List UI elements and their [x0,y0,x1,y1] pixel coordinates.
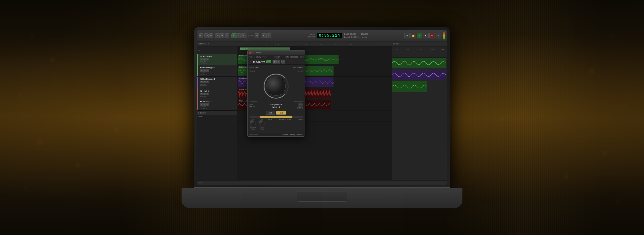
svg-text:1: 1 [241,43,242,45]
toolbar-btn-cut[interactable]: ✂ [225,33,229,38]
plugin-a-button[interactable]: A [273,60,276,64]
transport-time-display: 0:35.214 [317,33,343,39]
release-group: 0 ms release [293,67,303,69]
mode-buttons-row: Soft Hard [250,111,303,115]
track-item-snare[interactable]: 02_Snare_1 M S R waveform Polyphonic [197,99,237,110]
length-label: Length [344,36,350,38]
tracks-lower-area: GROUPS <ALL> [197,110,237,180]
plugin-close-button[interactable] [249,51,252,54]
track-item-reggae2[interactable]: 01BlueReggae.1 M S R waveform Polyphonic [197,77,237,88]
track-poly-reggae2: Polyphonic [200,85,236,86]
track-solo-snare[interactable]: S [203,103,206,106]
clip-right-purple[interactable] [392,70,446,80]
timeline-ruler: 1 2 3 4 5 2:10 2:20 2:30 2:40 [237,41,392,46]
cursor-value: 2:29.500 [307,36,315,38]
frequency-range-bar[interactable] [250,116,303,118]
track-solo-reggae1[interactable]: S [203,69,206,72]
toolbar-btn-snap[interactable]: ⊞ [255,33,259,38]
toolbar-btn-redo[interactable]: ↪ [220,33,224,38]
track-rec-reggae1[interactable]: R [206,69,209,72]
end-label: End [344,33,348,35]
track-item-reggae1[interactable]: 01 Blue Reggae M S R waveform Polyphonic [197,65,237,77]
hard-mode-button[interactable]: Hard [276,111,286,115]
release-value: 0 ms [293,67,296,69]
plugin-b-button[interactable]: B [276,60,280,64]
clip-right-green2[interactable] [392,81,427,92]
toolbar-group-file: FLLF SRET GBD [198,30,214,41]
track-rec-yamaha[interactable]: R [206,58,209,61]
plugin-window-mclarity[interactable]: M-Clarity Track M-Clarity Preset <factor… [247,50,305,137]
focus-knob-svg[interactable] [259,119,266,126]
track-item-kick[interactable]: 01_Kick_1 M S R waveform [197,88,237,99]
rewind-button[interactable]: ⏮ [404,33,410,38]
freq-range-labels: 300 Hz Frequency range 3.0 kHz [268,119,303,121]
cursor-label: Cursor [309,33,315,36]
output-level-value: -15.6 dB [297,70,303,72]
svg-rect-20 [392,58,446,68]
track-mute-yamaha[interactable]: M [200,58,203,61]
track-rec-reggae2[interactable]: R [206,81,209,83]
master-meter [443,32,445,39]
track-sub-kick: waveform [200,95,236,97]
track-mute-snare[interactable]: M [200,103,203,106]
small-time-2: 0:32.908 [351,36,359,38]
intensity-knob-svg[interactable] [250,119,257,126]
toolbar-btn-fit[interactable]: ⊡ [266,33,271,38]
plugin-titlebar: M-Clarity [248,50,305,55]
freq-labels-container: 300 Hz Frequency range 3.0 kHz [268,119,303,120]
plugin-top-bar: ⟋ M-Clarity On A B ≡ [248,59,305,65]
track-rec-snare[interactable]: R [206,103,209,106]
clips-ruler-row: 2:00 2:10 2:20 2:30 2:40 [392,46,447,58]
track-mute-reggae1[interactable]: M [200,69,203,72]
svg-text:5: 5 [291,43,292,45]
svg-text:2:00: 2:00 [394,48,398,50]
back-button[interactable]: ⏪ [411,33,416,38]
focus-value: 50% [261,128,264,130]
plugin-title-text: M-Clarity [253,51,303,54]
toolbar-btn-undo[interactable]: ↩ [215,33,220,38]
loop-button[interactable]: ↺ [436,33,441,38]
gain-value-display: 0.0 dB [250,105,255,107]
daw-main-area: TRACKS ▼ YO I YamhGrndPn_1 [197,41,447,180]
track-mute-kick[interactable]: M [200,93,203,95]
track-color-kick [197,88,198,99]
groups-header-label: GROUPS [198,112,206,114]
track-solo-reggae2[interactable]: S [203,81,206,83]
toolbar-btn-draw[interactable]: ✏ [241,33,246,38]
plugin-menu-button[interactable]: ≡ [281,60,285,64]
toolbar-btn-open[interactable]: SRET [204,33,208,38]
clip-right-green[interactable] [392,58,446,68]
main-knob-svg[interactable] [262,72,290,100]
diff-button[interactable]: diff [298,103,303,106]
track-color-snare [197,99,198,110]
bokeh-dot [547,82,547,83]
clips-panel: CLIPS 2:00 2:10 2:20 2:30 [392,41,447,180]
track-controls-yamaha: M S R [200,58,236,61]
plugin-on-off-button[interactable]: On [266,60,271,63]
clips-content: 2:00 2:10 2:20 2:30 2:40 [392,46,447,180]
track-rec-kick[interactable]: R [206,93,209,95]
soft-mode-button[interactable]: Soft [266,111,275,115]
track-solo-yamaha[interactable]: S [203,58,206,61]
track-solo-kick[interactable]: S [203,93,206,95]
attack-value: 0 ms [255,67,259,69]
laptop-trackpad [297,192,347,202]
toolbar-btn-save[interactable]: GBD [208,33,213,38]
toolbar-btn-zoom-in[interactable]: 🔍 [262,33,266,38]
toolbar-btn-arrow[interactable]: ↖ [231,33,236,38]
filter-button[interactable]: filter [297,106,303,109]
track-name-yamaha: YamhGrndPn_1 [200,55,236,57]
record-button[interactable]: ⏺ [429,33,435,38]
toolbar-btn-new[interactable]: FLLF [199,33,203,38]
stop-button[interactable]: ⏹ [423,33,429,38]
track-mute-reggae2[interactable]: M [200,81,203,83]
transport-controls: ⏮ ⏪ ▶ ⏹ ⏺ ↺ [404,33,441,38]
svg-rect-22 [392,81,427,92]
plugin-bypass-button[interactable]: BYPASS [290,56,298,58]
track-item-yamaha[interactable]: YamhGrndPn_1 M S R waveform Polyphonic [197,54,237,65]
suppression-label-text: Suppression [270,103,282,106]
toolbar-btn-range[interactable]: ⊡ [236,33,241,38]
play-button[interactable]: ▶ [417,33,422,38]
attack-label: attack [250,67,254,69]
track-controls-snare: M S R [200,103,236,106]
